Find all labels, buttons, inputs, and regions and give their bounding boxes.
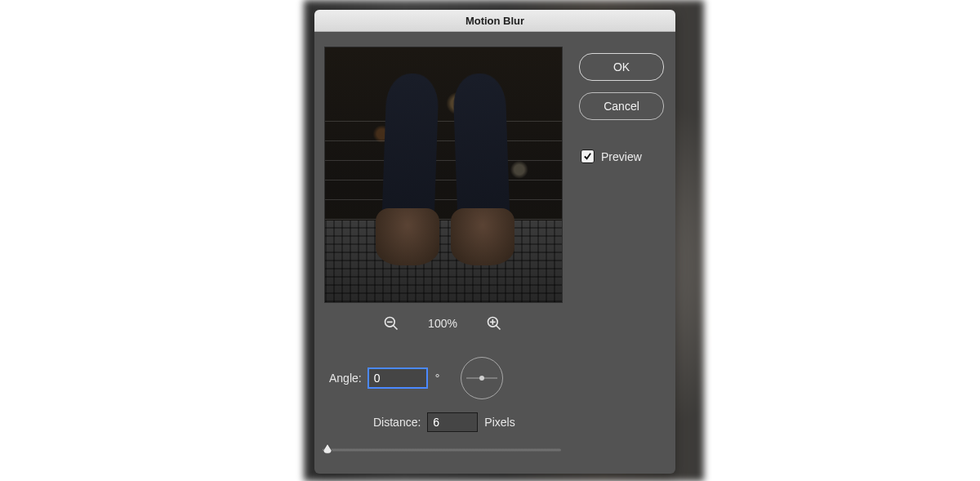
angle-row: Angle: ° [329,357,503,399]
degree-symbol: ° [435,372,440,385]
zoom-controls: 100% [324,311,561,336]
checkbox-checked-icon[interactable] [581,149,595,163]
distance-slider[interactable] [323,442,561,458]
zoom-out-icon[interactable] [382,314,400,332]
motion-blur-dialog: Motion Blur [314,10,675,474]
cancel-button[interactable]: Cancel [579,92,664,120]
titlebar[interactable]: Motion Blur [314,10,675,32]
preview-floor [325,220,562,302]
svg-line-1 [394,326,398,330]
preview-toggle[interactable]: Preview [579,149,664,163]
slider-track [323,449,561,452]
filter-preview[interactable] [324,47,563,303]
angle-dial[interactable] [461,357,503,399]
angle-input[interactable] [368,368,427,388]
distance-input[interactable] [427,412,478,432]
dialog-title: Motion Blur [466,15,524,27]
preview-shape [451,208,514,265]
distance-label: Distance: [373,416,421,429]
ok-button-label: OK [613,60,630,73]
distance-row: Distance: Pixels [373,412,515,432]
preview-image [325,47,562,302]
dialog-actions: OK Cancel Preview [579,53,664,163]
distance-unit: Pixels [484,416,514,429]
zoom-level: 100% [428,317,457,330]
svg-line-4 [496,326,500,330]
dialog-body: 100% Angle: ° Distance: [314,32,675,474]
zoom-in-icon[interactable] [485,314,503,332]
angle-label: Angle: [329,372,362,385]
cancel-button-label: Cancel [604,100,639,113]
slider-thumb-icon[interactable] [321,442,334,455]
ok-button[interactable]: OK [579,53,664,81]
preview-label: Preview [601,150,642,163]
preview-shape [376,208,439,265]
